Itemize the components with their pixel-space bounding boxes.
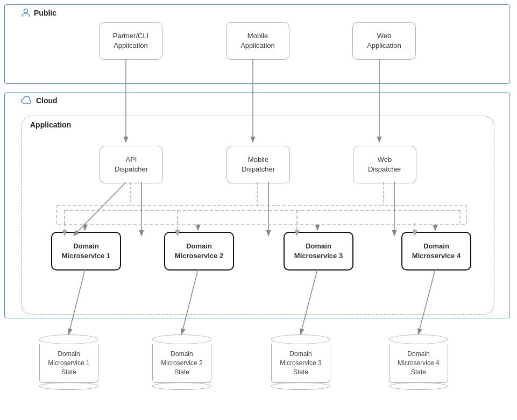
api-dispatcher-node: APIDispatcher [100, 146, 163, 183]
diagram-container: Public Partner/CLIApplication MobileAppl… [0, 0, 517, 420]
cyl-body-3: DomainMicroservice 3State [271, 344, 330, 383]
cloud-icon [21, 96, 33, 105]
cyl-top-1 [39, 334, 98, 344]
cyl-top-4 [389, 334, 448, 344]
cyl-body-4: DomainMicroservice 4State [389, 344, 448, 383]
application-box: Application APIDispatcher MobileDispatch… [21, 116, 494, 315]
cyl-bottom-4 [389, 382, 448, 390]
cyl-body-1: DomainMicroservice 1State [39, 344, 98, 383]
cyl-bottom-3 [271, 382, 330, 390]
cyl-top-3 [271, 334, 330, 344]
mobile-dispatcher-node: MobileDispatcher [226, 146, 290, 183]
microservice-4-node: DomainMicroservice 4 [401, 232, 471, 270]
web-dispatcher-node: WebDispatcher [353, 146, 416, 183]
public-zone-label: Public [21, 8, 56, 18]
microservice-2-node: DomainMicroservice 2 [164, 232, 234, 270]
cloud-zone-label: Cloud [21, 96, 58, 105]
mobile-app-node: MobileApplication [226, 22, 289, 60]
cyl-bottom-2 [152, 382, 211, 390]
public-icon [21, 8, 31, 18]
microservice-3-node: DomainMicroservice 3 [284, 232, 353, 270]
cyl-top-2 [152, 334, 211, 344]
state-4-cylinder: DomainMicroservice 4State [389, 334, 448, 390]
state-1-cylinder: DomainMicroservice 1State [39, 334, 98, 390]
svg-point-0 [24, 9, 28, 13]
state-2-cylinder: DomainMicroservice 2State [152, 334, 211, 390]
zone-cloud: Cloud Application APIDispatcher MobileDi… [4, 92, 510, 318]
cyl-body-2: DomainMicroservice 2State [152, 344, 211, 383]
microservice-1-node: DomainMicroservice 1 [51, 232, 121, 270]
partner-cli-node: Partner/CLIApplication [99, 22, 162, 60]
cyl-bottom-1 [39, 382, 98, 390]
application-label: Application [30, 120, 71, 129]
state-3-cylinder: DomainMicroservice 3State [271, 334, 330, 390]
zone-public: Public Partner/CLIApplication MobileAppl… [4, 4, 510, 84]
web-app-node: WebApplication [352, 22, 416, 60]
